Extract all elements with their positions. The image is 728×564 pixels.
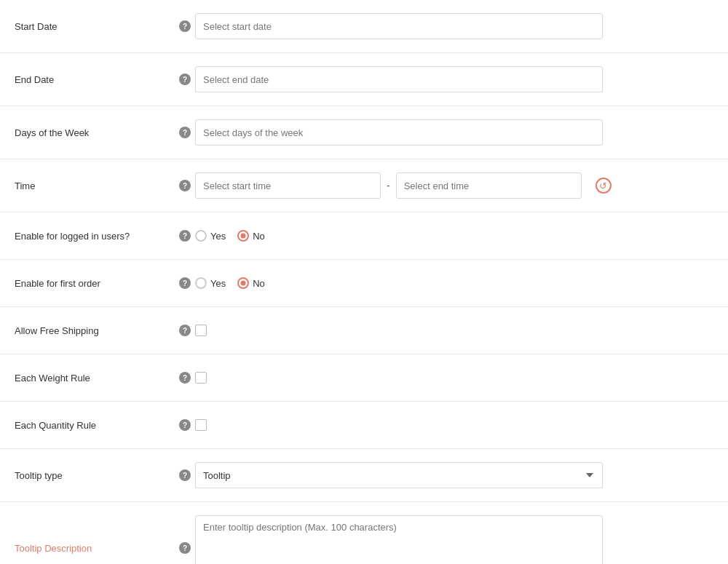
help-icon[interactable]: ?: [179, 20, 191, 32]
time-wrapper: -: [195, 172, 614, 199]
start-date-label: Start Date: [15, 21, 175, 32]
tooltip-type-label: Tooltip type: [15, 470, 175, 481]
help-icon[interactable]: ?: [179, 230, 191, 242]
help-icon[interactable]: ?: [179, 277, 191, 289]
end-date-input[interactable]: [195, 66, 603, 92]
first-order-no-radio[interactable]: [237, 277, 249, 289]
days-of-week-control: [195, 119, 713, 146]
logged-in-no-option[interactable]: No: [237, 230, 265, 242]
first-order-yes-option[interactable]: Yes: [195, 277, 226, 289]
start-date-help[interactable]: ?: [175, 20, 195, 32]
weight-rule-control: [195, 372, 713, 384]
tooltip-desc-textarea[interactable]: [195, 515, 603, 564]
time-label: Time: [15, 180, 175, 191]
tooltip-desc-row: Tooltip Description ?: [0, 502, 728, 564]
time-help[interactable]: ?: [175, 180, 195, 191]
end-date-row: End Date ?: [0, 53, 728, 106]
free-shipping-control: [195, 325, 713, 336]
first-order-row: Enable for first order ? Yes No: [0, 260, 728, 307]
logged-in-no-radio[interactable]: [237, 230, 249, 242]
tooltip-desc-label: Tooltip Description: [15, 543, 175, 554]
end-date-label: End Date: [15, 74, 175, 85]
tooltip-desc-help[interactable]: ?: [175, 542, 195, 554]
tooltip-type-help[interactable]: ?: [175, 469, 195, 481]
tooltip-desc-control: [195, 515, 713, 564]
end-date-help[interactable]: ?: [175, 74, 195, 85]
days-of-week-help[interactable]: ?: [175, 127, 195, 138]
help-icon[interactable]: ?: [179, 542, 191, 554]
help-icon[interactable]: ?: [179, 372, 191, 384]
first-order-control: Yes No: [195, 277, 713, 289]
free-shipping-help[interactable]: ?: [175, 325, 195, 336]
first-order-radio-group: Yes No: [195, 277, 265, 289]
logged-in-no-label: No: [253, 231, 265, 242]
time-row: Time ? -: [0, 159, 728, 213]
weight-rule-help[interactable]: ?: [175, 372, 195, 384]
form-container: Start Date ? End Date ? Days of the Week…: [0, 0, 728, 564]
help-icon[interactable]: ?: [179, 180, 191, 191]
help-icon[interactable]: ?: [179, 469, 191, 481]
tooltip-type-row: Tooltip type ? Tooltip None Modal: [0, 449, 728, 502]
start-time-input[interactable]: [195, 172, 381, 199]
first-order-yes-label: Yes: [210, 278, 226, 289]
logged-in-yes-option[interactable]: Yes: [195, 230, 226, 242]
first-order-yes-radio[interactable]: [195, 277, 207, 289]
first-order-no-label: No: [253, 278, 265, 289]
help-icon[interactable]: ?: [179, 325, 191, 336]
first-order-help[interactable]: ?: [175, 277, 195, 289]
days-of-week-label: Days of the Week: [15, 127, 175, 138]
days-of-week-row: Days of the Week ?: [0, 106, 728, 159]
logged-in-users-help[interactable]: ?: [175, 230, 195, 242]
free-shipping-row: Allow Free Shipping ?: [0, 307, 728, 354]
days-of-week-input[interactable]: [195, 119, 603, 146]
first-order-label: Enable for first order: [15, 278, 175, 289]
start-date-control: [195, 13, 713, 39]
time-reset-button[interactable]: [593, 175, 614, 196]
tooltip-type-control: Tooltip None Modal: [195, 462, 713, 488]
end-time-input[interactable]: [396, 172, 582, 199]
logged-in-users-radio-group: Yes No: [195, 230, 265, 242]
help-icon[interactable]: ?: [179, 419, 191, 431]
time-separator: -: [387, 180, 390, 191]
logged-in-users-control: Yes No: [195, 230, 713, 242]
free-shipping-label: Allow Free Shipping: [15, 325, 175, 336]
start-date-input[interactable]: [195, 13, 603, 39]
free-shipping-checkbox[interactable]: [195, 325, 207, 336]
help-icon[interactable]: ?: [179, 127, 191, 138]
time-control: -: [195, 172, 713, 199]
logged-in-yes-radio[interactable]: [195, 230, 207, 242]
tooltip-type-select[interactable]: Tooltip None Modal: [195, 462, 603, 488]
logged-in-users-label: Enable for logged in users?: [15, 231, 175, 242]
help-icon[interactable]: ?: [179, 74, 191, 85]
quantity-rule-control: [195, 419, 713, 431]
quantity-rule-help[interactable]: ?: [175, 419, 195, 431]
weight-rule-checkbox[interactable]: [195, 372, 207, 384]
first-order-no-option[interactable]: No: [237, 277, 265, 289]
weight-rule-label: Each Weight Rule: [15, 373, 175, 384]
reset-icon[interactable]: [596, 178, 612, 194]
logged-in-users-row: Enable for logged in users? ? Yes No: [0, 213, 728, 260]
logged-in-yes-label: Yes: [210, 231, 226, 242]
weight-rule-row: Each Weight Rule ?: [0, 354, 728, 402]
end-date-control: [195, 66, 713, 92]
quantity-rule-checkbox[interactable]: [195, 419, 207, 431]
start-date-row: Start Date ?: [0, 0, 728, 53]
quantity-rule-label: Each Quantity Rule: [15, 420, 175, 431]
quantity-rule-row: Each Quantity Rule ?: [0, 402, 728, 449]
